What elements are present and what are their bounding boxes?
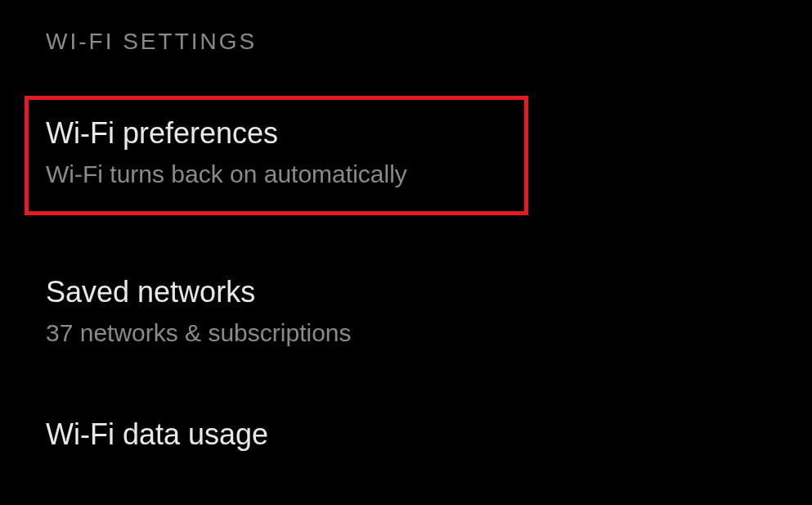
wifi-settings-container: WI-FI SETTINGS Wi-Fi preferences Wi-Fi t…	[0, 0, 812, 476]
saved-networks-item[interactable]: Saved networks 37 networks & subscriptio…	[46, 260, 812, 362]
saved-networks-subtitle: 37 networks & subscriptions	[46, 319, 812, 347]
wifi-preferences-item[interactable]: Wi-Fi preferences Wi-Fi turns back on au…	[25, 96, 528, 215]
wifi-preferences-title: Wi-Fi preferences	[46, 116, 524, 151]
section-header: WI-FI SETTINGS	[46, 29, 812, 55]
wifi-preferences-subtitle: Wi-Fi turns back on automatically	[46, 160, 524, 188]
wifi-data-usage-item[interactable]: Wi-Fi data usage	[46, 403, 812, 476]
saved-networks-title: Saved networks	[46, 275, 812, 309]
wifi-data-usage-title: Wi-Fi data usage	[46, 417, 812, 452]
